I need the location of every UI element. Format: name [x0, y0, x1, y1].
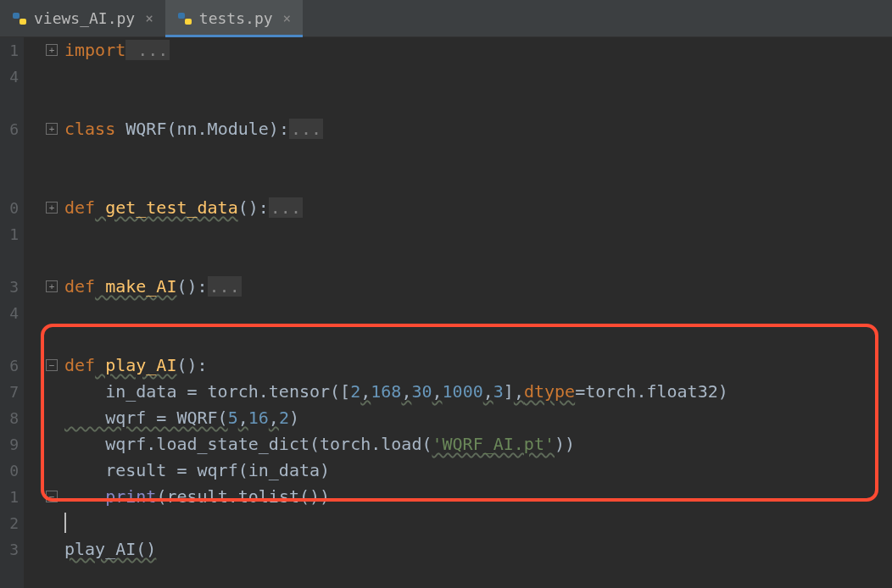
line-number [0, 90, 19, 116]
code-line: in_data = torch.tensor([2,168,30,1000,3]… [64, 379, 892, 405]
line-number: 2 [0, 510, 19, 536]
code-line: class WQRF(nn.Module):... [64, 116, 892, 142]
line-number: 7 [0, 379, 19, 405]
code-line [64, 510, 892, 536]
line-number [0, 326, 19, 352]
code-line [64, 300, 892, 326]
line-number: 1 [0, 484, 19, 510]
line-number: 1 [0, 37, 19, 64]
tab-views-ai[interactable]: views_AI.py × [0, 0, 165, 36]
code-line: result = wqrf(in_data) [64, 458, 892, 484]
line-number [0, 169, 19, 195]
line-number: 4 [0, 64, 19, 90]
code-line: wqrf.load_state_dict(torch.load('WQRF_AI… [64, 431, 892, 458]
python-file-icon [12, 11, 27, 26]
tab-tests[interactable]: tests.py × [165, 0, 303, 36]
code-line: print(result.tolist()) [64, 484, 892, 510]
code-line: def play_AI(): [64, 352, 892, 379]
line-number: 4 [0, 300, 19, 326]
line-number [0, 247, 19, 274]
svg-rect-3 [185, 19, 192, 25]
code-line [64, 326, 892, 352]
code-line: def make_AI():... [64, 274, 892, 300]
svg-rect-1 [20, 19, 26, 25]
fold-column: + + + + − − [24, 37, 64, 588]
code-line [64, 142, 892, 169]
code-line: def get_test_data():... [64, 195, 892, 221]
line-number: 0 [0, 195, 19, 221]
fold-expanded-icon[interactable]: − [46, 359, 58, 371]
line-number: 3 [0, 274, 19, 300]
line-number: 6 [0, 116, 19, 142]
svg-rect-2 [178, 13, 185, 19]
tab-bar: views_AI.py × tests.py × [0, 0, 892, 37]
code-line: import ... [64, 37, 892, 64]
fold-collapsed-icon[interactable]: + [46, 123, 58, 135]
text-cursor [64, 513, 66, 533]
code-line [64, 221, 892, 247]
fold-expanded-icon[interactable]: − [46, 491, 58, 502]
tab-label: views_AI.py [34, 9, 135, 27]
code-editor[interactable]: 1 4 6 0 1 3 4 6 7 8 9 0 1 2 3 + + + + − … [0, 37, 892, 588]
fold-collapsed-icon[interactable]: + [46, 280, 58, 292]
code-line: wqrf = WQRF(5,16,2) [64, 405, 892, 431]
code-line: play_AI() [64, 536, 892, 563]
tab-label: tests.py [199, 9, 273, 27]
close-icon[interactable]: × [283, 10, 292, 26]
code-line [64, 64, 892, 90]
code-line [64, 90, 892, 116]
fold-collapsed-icon[interactable]: + [46, 202, 58, 214]
code-area[interactable]: import ... class WQRF(nn.Module):... def… [64, 37, 892, 588]
python-file-icon [177, 11, 192, 26]
line-number [0, 142, 19, 169]
code-line [64, 247, 892, 274]
close-icon[interactable]: × [145, 10, 153, 26]
line-number: 3 [0, 536, 19, 563]
svg-rect-0 [13, 13, 20, 19]
fold-collapsed-icon[interactable]: + [46, 44, 58, 56]
code-line [64, 169, 892, 195]
line-number-gutter: 1 4 6 0 1 3 4 6 7 8 9 0 1 2 3 [0, 37, 24, 588]
line-number: 9 [0, 431, 19, 458]
line-number: 8 [0, 405, 19, 431]
line-number: 6 [0, 352, 19, 379]
line-number: 0 [0, 458, 19, 484]
line-number: 1 [0, 221, 19, 247]
